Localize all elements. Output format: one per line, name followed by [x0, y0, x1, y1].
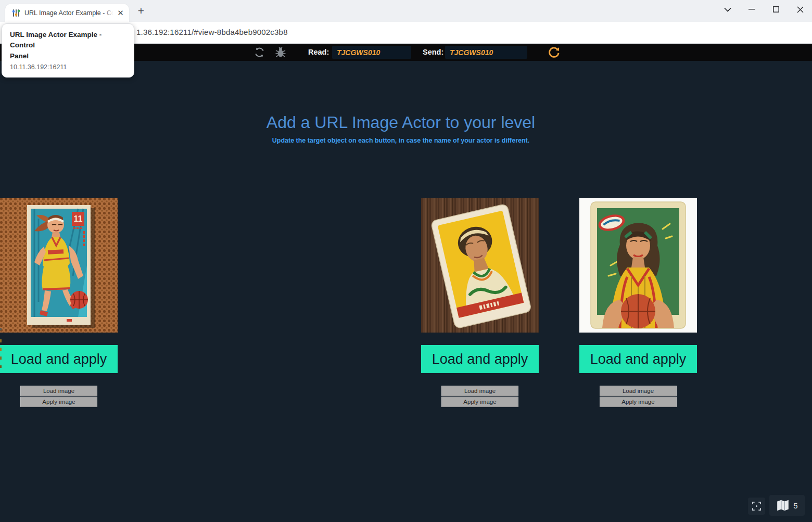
load-and-apply-button-1[interactable]: Load and apply	[421, 345, 539, 373]
card4-badge-number: 11	[74, 214, 83, 223]
left-edge-artifact	[0, 339, 2, 342]
left-edge-artifact	[0, 348, 2, 351]
tab-title: URL Image Actor Example - Cont	[24, 9, 114, 17]
send-input[interactable]	[445, 46, 527, 59]
sync-icon[interactable]	[253, 46, 265, 60]
browser-tab[interactable]: URL Image Actor Example - Cont ✕	[5, 4, 129, 22]
load-and-apply-button-2[interactable]: Load and apply	[579, 345, 697, 373]
load-image-button-2[interactable]: Load image	[600, 386, 677, 396]
left-edge-artifact	[0, 357, 2, 360]
window-minimize-button[interactable]	[740, 0, 763, 19]
hover-card-title-line1: URL Image Actor Example - Control	[10, 30, 126, 51]
apply-image-button-1[interactable]: Apply image	[441, 397, 518, 407]
map-icon	[776, 499, 790, 512]
window-maximize-button[interactable]	[765, 0, 788, 19]
read-label: Read:	[308, 48, 329, 56]
tab-hover-card: URL Image Actor Example - Control Panel …	[2, 23, 134, 78]
apply-image-button-4[interactable]: Apply image	[20, 397, 97, 407]
tab-search-chevron-icon[interactable]	[716, 0, 739, 19]
left-edge-artifact	[0, 365, 2, 368]
card-column-2: Load and apply Load image Apply image	[579, 198, 697, 333]
card-column-1: Load and apply Load image Apply image	[421, 198, 539, 333]
reload-values-icon[interactable]	[548, 46, 561, 61]
load-image-button-4[interactable]: Load image	[20, 386, 97, 396]
tab-close-icon[interactable]: ✕	[116, 8, 125, 17]
url-text[interactable]: 1.36.192:16211/#view-8bda4beb9002c3b8	[136, 28, 288, 36]
browser-tab-strip: URL Image Actor Example - Cont ✕ +	[0, 0, 812, 22]
hover-card-address: 10.11.36.192:16211	[10, 63, 126, 71]
page-subtitle: Update the target object on each button,…	[0, 137, 802, 144]
load-and-apply-button-4[interactable]: Load and apply	[0, 345, 118, 373]
card-image-2	[579, 198, 697, 333]
map-view-count: 5	[793, 501, 797, 510]
card-column-4: 11 Load and appl	[0, 198, 118, 333]
tab-title-fade	[104, 7, 116, 19]
favicon-sliders-icon	[11, 8, 21, 18]
debug-bug-icon[interactable]	[274, 46, 287, 61]
new-tab-button[interactable]: +	[135, 6, 147, 17]
map-views-button[interactable]: 5	[769, 495, 805, 516]
load-image-button-1[interactable]: Load image	[441, 386, 518, 396]
apply-image-button-2[interactable]: Apply image	[600, 397, 677, 407]
hover-card-title-line2: Panel	[10, 51, 126, 61]
read-input[interactable]	[332, 46, 411, 59]
page-content: Add a URL Image Actor to your level Upda…	[0, 61, 812, 522]
card-image-4: 11	[0, 198, 118, 333]
center-view-button[interactable]	[748, 498, 765, 515]
send-label: Send:	[423, 48, 443, 56]
window-close-button[interactable]	[789, 0, 811, 19]
left-edge-artifact	[0, 328, 2, 330]
page-title: Add a URL Image Actor to your level	[0, 113, 802, 132]
card-image-1	[421, 198, 539, 333]
